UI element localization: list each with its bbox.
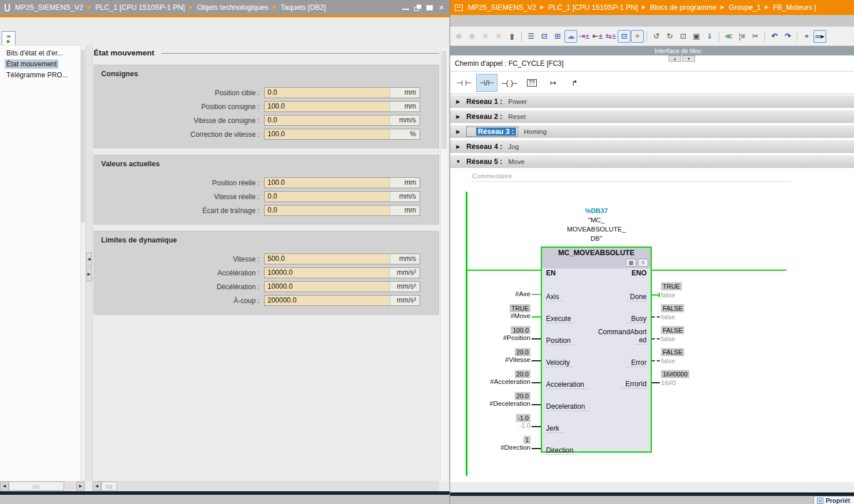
breadcrumb-fb-moteurs[interactable]: FB_Moteurs [ [773, 3, 816, 12]
breadcrumb-plc[interactable]: PLC_1 [CPU 1510SP-1 PN] [95, 3, 185, 12]
splitter-down-icon[interactable]: ▼ [682, 55, 695, 62]
jerk-operand[interactable]: -1.0 [519, 422, 530, 430]
sidebar-scrollbar-thumb[interactable] [81, 50, 85, 223]
delete-row-icon[interactable]: ≡ [492, 30, 505, 43]
commandaborted-operand[interactable]: false [661, 335, 675, 343]
properties-tab[interactable]: Propriét [814, 496, 854, 504]
error-pin[interactable]: Error [626, 359, 647, 367]
delete-network-icon[interactable]: ⊗ [466, 30, 478, 43]
scroll-right-icon[interactable]: ▶ [76, 481, 85, 491]
monitor-field[interactable]: 200000.0mm/s³ [264, 295, 420, 306]
instance-db-name[interactable]: DB" [541, 235, 652, 242]
errorid-operand[interactable]: 16#0 [661, 379, 676, 387]
synchronize-icon[interactable]: ↻ [663, 30, 676, 43]
empty-box-icon[interactable]: ?? [522, 74, 541, 92]
chevron-down-icon[interactable]: ▼ [450, 159, 466, 165]
insert-network-icon[interactable]: ⊕ [452, 30, 465, 43]
instance-db-address[interactable]: %DB37 [541, 207, 652, 214]
close-all-networks-icon[interactable]: ⊟ [538, 30, 551, 43]
breadcrumb-plc[interactable]: PLC_1 [CPU 1510SP-1 PN] [548, 3, 638, 12]
monitor-field[interactable]: 0.0mm [264, 87, 420, 98]
breadcrumb-group[interactable]: Groupe_1 [729, 3, 761, 12]
goto-call-icon[interactable]: ≪ [722, 30, 735, 43]
nc-contact-icon[interactable]: ⊣/⊢ [476, 74, 497, 92]
monitor-field[interactable]: 100.0mm [264, 101, 420, 112]
monitor-field[interactable]: 100.0mm [264, 177, 420, 188]
scrollbar-thumb[interactable]: |||| [101, 481, 117, 491]
network-row-3-selected[interactable]: ▶ Réseau 3 : Homing [450, 125, 854, 138]
restore-icon[interactable] [414, 5, 421, 11]
find-replace-icon[interactable]: ⌖ [800, 30, 813, 43]
done-operand[interactable]: false [661, 292, 675, 299]
splitter-collapse-left-icon[interactable]: ◀ [86, 252, 92, 266]
content-horizontal-scrollbar[interactable]: ◀ |||| [92, 481, 439, 491]
execute-operand[interactable]: #Move [510, 312, 530, 320]
update-block-calls-icon[interactable]: ↺ [650, 30, 663, 43]
breadcrumb-project[interactable]: MP25_SIEMENS_V2 [15, 3, 83, 12]
remove-call-icon[interactable]: ✂ [749, 30, 762, 43]
execute-pin[interactable]: Execute [546, 315, 575, 323]
insert-instance-icon[interactable]: ▮ [506, 30, 518, 43]
navigate-back-icon[interactable]: ↶ [768, 30, 781, 43]
open-all-networks-icon[interactable]: ⊞ [551, 30, 564, 43]
close-branch-icon[interactable]: ↱ [565, 74, 584, 92]
monitor-field[interactable]: 0.0mm/s [264, 115, 420, 126]
hide-operand-info-icon[interactable]: ⇤± [591, 30, 604, 43]
call-structure-icon[interactable]: ¦≡ [736, 30, 748, 43]
monitor-field[interactable]: 500.0mm/s [264, 253, 420, 264]
content-scrollbar-thumb[interactable] [441, 51, 447, 149]
network-row-5-expanded[interactable]: ▼ Réseau 5 : Move [450, 155, 854, 168]
position-operand[interactable]: #Position [503, 334, 530, 342]
toggle-comments-icon[interactable]: ☁ [565, 30, 577, 43]
splitter-up-icon[interactable]: ▲ [669, 55, 681, 62]
no-contact-icon[interactable]: ⊣ ⊢ [454, 74, 474, 92]
acceleration-operand[interactable]: #Acceleration [490, 378, 530, 386]
favorites-icon[interactable]: ✶ [631, 30, 644, 43]
snapshot-icon[interactable]: ⊡ [677, 30, 689, 43]
network-comment-row[interactable]: Commentaire [450, 170, 854, 184]
direction-pin[interactable]: Direction [546, 446, 578, 455]
nav-item-status-bits[interactable]: Bits d'état et d'er... [0, 48, 80, 59]
velocity-operand[interactable]: #Vitesse [505, 356, 530, 364]
initialize-setpoints-icon[interactable]: ⇓ [703, 30, 716, 43]
monitor-field[interactable]: 0.0mm [264, 205, 420, 216]
done-pin[interactable]: Done [625, 293, 647, 301]
axis-pin[interactable]: Axis [546, 293, 564, 301]
monitoring-glasses-icon[interactable]: ∞▸ [814, 30, 826, 43]
errorid-pin[interactable]: ErrorId [621, 380, 647, 389]
nav-item-motion-status[interactable]: État mouvement [0, 59, 80, 70]
monitor-field[interactable]: 0.0mm/s [264, 191, 420, 202]
scroll-left-icon[interactable]: ◀ [0, 481, 9, 491]
network-row-1[interactable]: ▶ Réseau 1 : Power [450, 95, 854, 108]
monitor-field[interactable]: 100.0% [264, 129, 420, 140]
absolute-operands-icon[interactable]: ⇥± [578, 30, 591, 43]
mc-moveabsolute-block[interactable]: MC_MOVEABSOLUTE ▦ ⚕ EN ENO Axis Execute … [541, 247, 652, 453]
maximize-icon[interactable] [426, 5, 433, 10]
instance-db-name[interactable]: "MC_ [541, 216, 652, 223]
breadcrumb-program-blocks[interactable]: Blocs de programme [650, 3, 716, 12]
velocity-pin[interactable]: Velocity [546, 359, 574, 367]
splitter-expand-right-icon[interactable]: ▶ [86, 267, 92, 281]
chevron-right-icon[interactable]: ▶ [450, 129, 466, 135]
diagnostics-glasses-icon[interactable]: ∞▶ [2, 31, 16, 46]
busy-pin[interactable]: Busy [626, 315, 647, 323]
chevron-right-icon[interactable]: ▶ [450, 144, 466, 150]
commandaborted-pin[interactable]: CommandAbort [593, 328, 647, 336]
open-branch-icon[interactable]: ↦ [543, 74, 563, 92]
block-interface-bar[interactable]: Interface de bloc [450, 46, 854, 55]
left-titlebar[interactable]: MP25_SIEMENS_V2 ▶ PLC_1 [CPU 1510SP-1 PN… [0, 0, 450, 15]
coil-icon[interactable]: –( )– [499, 74, 521, 92]
jerk-pin[interactable]: Jerk [546, 424, 564, 433]
sidebar-horizontal-scrollbar[interactable]: ◀ |||| ▶ [0, 481, 85, 491]
diagnostics-stethoscope-icon[interactable]: ⚕ [638, 259, 648, 267]
insert-row-icon[interactable]: ≡ [479, 30, 492, 43]
load-snapshot-icon[interactable]: ▣ [690, 30, 703, 43]
network-row-4[interactable]: ▶ Réseau 4 : Jog [450, 140, 854, 153]
right-titlebar[interactable]: MP25_SIEMENS_V2 ▶ PLC_1 [CPU 1510SP-1 PN… [450, 0, 854, 15]
error-operand[interactable]: false [661, 357, 675, 365]
instance-db-icon[interactable]: ▦ [626, 259, 636, 267]
nav-item-telegram[interactable]: Télégramme PRO... [0, 70, 80, 81]
breadcrumb-tech-objects[interactable]: Objets technologiques [197, 3, 269, 12]
axis-operand[interactable]: #Axe [515, 290, 530, 298]
position-pin[interactable]: Position [546, 337, 575, 345]
